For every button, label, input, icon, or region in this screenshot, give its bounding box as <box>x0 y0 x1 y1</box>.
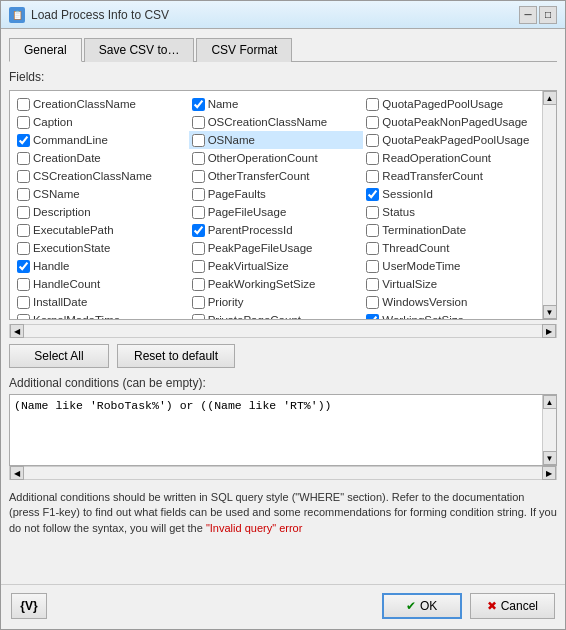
field-checkbox-sessionid[interactable] <box>366 188 379 201</box>
field-checkbox-peakvirtualsize[interactable] <box>192 260 205 273</box>
select-all-button[interactable]: Select All <box>9 344 109 368</box>
field-checkbox-quotapagedpoolusage[interactable] <box>366 98 379 111</box>
field-label-othertransfercount[interactable]: OtherTransferCount <box>208 170 310 182</box>
field-checkbox-commandline[interactable] <box>17 134 30 147</box>
field-checkbox-peakworkingsetsize[interactable] <box>192 278 205 291</box>
field-checkbox-parentprocessid[interactable] <box>192 224 205 237</box>
field-checkbox-peakpagefileusage[interactable] <box>192 242 205 255</box>
cond-hscroll-track[interactable] <box>24 467 542 479</box>
field-label-pagefileusage[interactable]: PageFileUsage <box>208 206 287 218</box>
field-checkbox-handlecount[interactable] <box>17 278 30 291</box>
ok-button[interactable]: ✔ OK <box>382 593 462 619</box>
field-checkbox-installdate[interactable] <box>17 296 30 309</box>
field-checkbox-priority[interactable] <box>192 296 205 309</box>
field-checkbox-terminationdate[interactable] <box>366 224 379 237</box>
field-label-peakpagefileusage[interactable]: PeakPageFileUsage <box>208 242 313 254</box>
field-label-handle[interactable]: Handle <box>33 260 69 272</box>
field-label-otheroperationcount[interactable]: OtherOperationCount <box>208 152 318 164</box>
hscroll-left-arrow[interactable]: ◀ <box>10 324 24 338</box>
field-checkbox-workingsetsize[interactable] <box>366 314 379 320</box>
cond-scroll-up[interactable]: ▲ <box>543 395 557 409</box>
field-label-description[interactable]: Description <box>33 206 91 218</box>
field-checkbox-readtransfercount[interactable] <box>366 170 379 183</box>
field-label-terminationdate[interactable]: TerminationDate <box>382 224 466 236</box>
field-label-threadcount[interactable]: ThreadCount <box>382 242 449 254</box>
field-checkbox-windowsversion[interactable] <box>366 296 379 309</box>
field-label-oscreationclassname[interactable]: OSCreationClassName <box>208 116 328 128</box>
field-label-windowsversion[interactable]: WindowsVersion <box>382 296 467 308</box>
field-checkbox-status[interactable] <box>366 206 379 219</box>
vertical-scrollbar[interactable]: ▲ ▼ <box>542 91 556 319</box>
horizontal-scrollbar[interactable]: ◀ ▶ <box>9 324 557 338</box>
tab-save-csv[interactable]: Save CSV to… <box>84 38 195 62</box>
conditions-area[interactable]: (Name like 'RoboTask%') or ((Name like '… <box>10 395 542 465</box>
field-checkbox-quotapeaknonpagedusage[interactable] <box>366 116 379 129</box>
field-label-virtualsize[interactable]: VirtualSize <box>382 278 437 290</box>
reset-to-default-button[interactable]: Reset to default <box>117 344 235 368</box>
field-label-readoperationcount[interactable]: ReadOperationCount <box>382 152 491 164</box>
field-checkbox-description[interactable] <box>17 206 30 219</box>
scroll-down-arrow[interactable]: ▼ <box>543 305 557 319</box>
field-checkbox-pagefaults[interactable] <box>192 188 205 201</box>
field-label-sessionid[interactable]: SessionId <box>382 188 433 200</box>
field-label-pagefaults[interactable]: PageFaults <box>208 188 266 200</box>
field-checkbox-otheroperationcount[interactable] <box>192 152 205 165</box>
field-label-name[interactable]: Name <box>208 98 239 110</box>
field-label-creationclassname[interactable]: CreationClassName <box>33 98 136 110</box>
field-checkbox-privatepagecount[interactable] <box>192 314 205 320</box>
field-label-peakvirtualsize[interactable]: PeakVirtualSize <box>208 260 289 272</box>
field-checkbox-readoperationcount[interactable] <box>366 152 379 165</box>
cond-hscroll-left[interactable]: ◀ <box>10 466 24 480</box>
field-label-peakworkingsetsize[interactable]: PeakWorkingSetSize <box>208 278 316 290</box>
field-checkbox-caption[interactable] <box>17 116 30 129</box>
field-checkbox-othertransfercount[interactable] <box>192 170 205 183</box>
cond-vertical-scrollbar[interactable]: ▲ ▼ <box>542 395 556 465</box>
field-label-quotapeakpagedpoolusage[interactable]: QuotaPeakPagedPoolUsage <box>382 134 529 146</box>
field-checkbox-cscreationclassname[interactable] <box>17 170 30 183</box>
field-checkbox-oscreationclassname[interactable] <box>192 116 205 129</box>
field-label-quotapeaknonpagedusage[interactable]: QuotaPeakNonPagedUsage <box>382 116 527 128</box>
maximize-button[interactable]: □ <box>539 6 557 24</box>
field-label-kernelmodetime[interactable]: KernelModeTime <box>33 314 120 319</box>
tab-general[interactable]: General <box>9 38 82 62</box>
field-checkbox-threadcount[interactable] <box>366 242 379 255</box>
field-label-creationdate[interactable]: CreationDate <box>33 152 101 164</box>
field-label-workingsetsize[interactable]: WorkingSetSize <box>382 314 464 319</box>
field-label-parentprocessid[interactable]: ParentProcessId <box>208 224 293 236</box>
field-label-caption[interactable]: Caption <box>33 116 73 128</box>
field-label-commandline[interactable]: CommandLine <box>33 134 108 146</box>
fields-scroll-area[interactable]: CreationClassNameNameQuotaPagedPoolUsage… <box>10 91 542 319</box>
field-label-handlecount[interactable]: HandleCount <box>33 278 100 290</box>
cond-horizontal-scrollbar[interactable]: ◀ ▶ <box>9 466 557 480</box>
field-checkbox-executablepath[interactable] <box>17 224 30 237</box>
field-label-readtransfercount[interactable]: ReadTransferCount <box>382 170 483 182</box>
field-checkbox-name[interactable] <box>192 98 205 111</box>
hscroll-track[interactable] <box>24 325 542 337</box>
field-checkbox-quotapeakpagedpoolusage[interactable] <box>366 134 379 147</box>
field-label-priority[interactable]: Priority <box>208 296 244 308</box>
tab-csv-format[interactable]: CSV Format <box>196 38 292 62</box>
cond-hscroll-right[interactable]: ▶ <box>542 466 556 480</box>
field-label-privatepagecount[interactable]: PrivatePageCount <box>208 314 301 319</box>
field-label-cscreationclassname[interactable]: CSCreationClassName <box>33 170 152 182</box>
field-label-osname[interactable]: OSName <box>208 134 255 146</box>
field-label-installdate[interactable]: InstallDate <box>33 296 87 308</box>
field-checkbox-executionstate[interactable] <box>17 242 30 255</box>
cancel-button[interactable]: ✖ Cancel <box>470 593 555 619</box>
hscroll-right-arrow[interactable]: ▶ <box>542 324 556 338</box>
field-checkbox-creationclassname[interactable] <box>17 98 30 111</box>
field-checkbox-osname[interactable] <box>192 134 205 147</box>
field-checkbox-handle[interactable] <box>17 260 30 273</box>
variable-button[interactable]: {V} <box>11 593 47 619</box>
field-checkbox-usermodetime[interactable] <box>366 260 379 273</box>
field-label-csname[interactable]: CSName <box>33 188 80 200</box>
field-label-quotapagedpoolusage[interactable]: QuotaPagedPoolUsage <box>382 98 503 110</box>
field-label-status[interactable]: Status <box>382 206 415 218</box>
field-checkbox-pagefileusage[interactable] <box>192 206 205 219</box>
field-checkbox-virtualsize[interactable] <box>366 278 379 291</box>
field-checkbox-kernelmodetime[interactable] <box>17 314 30 320</box>
field-label-executionstate[interactable]: ExecutionState <box>33 242 110 254</box>
cond-scroll-down[interactable]: ▼ <box>543 451 557 465</box>
conditions-text[interactable]: (Name like 'RoboTask%') or ((Name like '… <box>14 399 538 412</box>
scroll-up-arrow[interactable]: ▲ <box>543 91 557 105</box>
